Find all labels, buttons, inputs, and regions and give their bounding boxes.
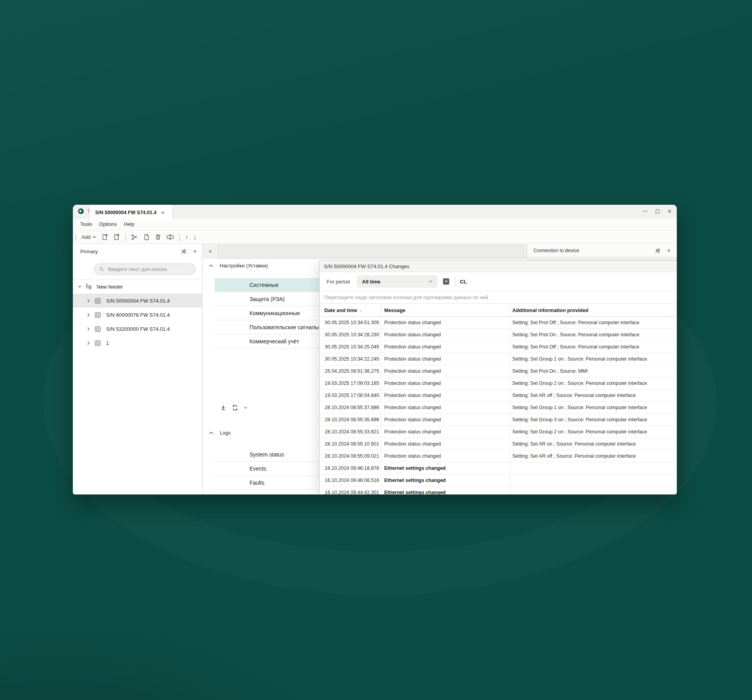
- trash-icon: [155, 234, 161, 240]
- refresh-icon[interactable]: [231, 404, 239, 411]
- tree-item-label: 1: [106, 340, 109, 346]
- close-panel-icon[interactable]: ×: [193, 249, 197, 254]
- cell-datetime: 30.05.2025 10:34:22.245: [325, 353, 379, 365]
- chevron-down-icon[interactable]: [78, 285, 82, 288]
- minimize-button[interactable]: [643, 211, 647, 211]
- table-row[interactable]: 30.05.2025 10:34:25.045 Protection statu…: [320, 341, 677, 353]
- download-icon[interactable]: [220, 404, 226, 411]
- table-row[interactable]: 28.10.2024 08:55:37.886 Protection statu…: [320, 402, 677, 414]
- table-row[interactable]: 19.03.2025 17:08:54.640 Protection statu…: [320, 390, 677, 402]
- tree-item-label: S/N 53200000 FW S74.01.4: [106, 326, 170, 332]
- cl-button[interactable]: CL: [460, 279, 466, 285]
- copy-button[interactable]: [143, 234, 150, 240]
- cell-message: Protection status changed: [384, 329, 441, 341]
- cell-info: Setting: Set AR off ; Source: Personal c…: [512, 450, 636, 462]
- window-controls: ×: [643, 209, 671, 213]
- search-input[interactable]: Введите текст для поиска: [94, 263, 196, 275]
- menu-item-options[interactable]: Options: [99, 221, 117, 227]
- chevron-right-icon[interactable]: [87, 327, 90, 331]
- menu-item-tools[interactable]: Tools: [80, 221, 92, 227]
- table-row[interactable]: 16.10.2024 09:44:42.301 Ethernet setting…: [320, 487, 677, 494]
- table-row[interactable]: 16.10.2024 09:46:18.876 Ethernet setting…: [320, 462, 677, 474]
- tree-item-device[interactable]: S/N 53200000 FW S74.01.4: [73, 322, 202, 336]
- table-row[interactable]: 30.05.2025 10:34:51.305 Protection statu…: [320, 317, 677, 329]
- cell-datetime: 19.03.2025 17:08:54.640: [325, 390, 379, 401]
- add-file-button[interactable]: [101, 234, 108, 240]
- table-row[interactable]: 30.05.2025 10:34:22.245 Protection statu…: [320, 353, 677, 365]
- cell-info: Setting: Set AR on ; Source: Personal co…: [512, 438, 636, 450]
- list-item-label: Faults: [249, 480, 264, 486]
- clear-filter-button[interactable]: ✕: [443, 278, 449, 285]
- cut-button[interactable]: [131, 234, 138, 240]
- tree-item-device[interactable]: 1: [73, 336, 202, 350]
- add-file-alt-button[interactable]: [113, 234, 120, 240]
- tree-item-feeder[interactable]: New feeder: [73, 280, 202, 294]
- period-select[interactable]: All time: [357, 275, 438, 288]
- cell-message: Protection status changed: [384, 317, 441, 328]
- scissors-icon: [131, 234, 138, 240]
- table-row[interactable]: 28.10.2024 08:55:09.021 Protection statu…: [320, 450, 677, 462]
- move-up-button[interactable]: ↑: [185, 234, 188, 240]
- close-panel-icon[interactable]: ×: [667, 248, 671, 253]
- settings-section-header[interactable]: Настройки (Уставки): [209, 263, 268, 269]
- cell-datetime: 16.10.2024 09:44:42.301: [325, 487, 379, 494]
- close-window-button[interactable]: ×: [668, 209, 671, 213]
- list-item-label: Load Profile: [249, 494, 279, 495]
- primary-panel-title: Primary: [80, 249, 98, 254]
- connection-panel-title: Connection to device: [533, 248, 579, 253]
- add-button[interactable]: Add: [81, 234, 96, 240]
- tab-close-icon[interactable]: ×: [161, 210, 164, 215]
- rename-icon: [166, 234, 174, 240]
- section-title: Logs: [220, 430, 231, 436]
- cell-message: Protection status changed: [384, 438, 441, 450]
- cell-message: Protection status changed: [384, 353, 441, 365]
- table-row[interactable]: 28.10.2024 08:55:33.621 Protection statu…: [320, 426, 677, 438]
- cell-datetime: 30.05.2025 10:34:25.045: [325, 341, 379, 353]
- for-period-label: For period: [327, 279, 350, 285]
- device-icon: [94, 326, 101, 332]
- cell-datetime: 16.10.2024 09:46:18.876: [325, 462, 379, 474]
- tree-item-device[interactable]: S/N 60000078 FW S74.01.4: [73, 308, 202, 322]
- rename-button[interactable]: [166, 234, 174, 240]
- desktop-background: Telarm × ToolsOptionsHelp Add: [0, 0, 752, 700]
- tab-strip: ×: [202, 244, 527, 259]
- table-row[interactable]: 25.04.2025 08:51:36.275 Protection statu…: [320, 365, 677, 377]
- connection-panel-header: Connection to device ×: [527, 244, 677, 258]
- cell-info: Setting: Set Prot Off ; Source: Personal…: [512, 341, 639, 353]
- chevron-up-icon: [209, 431, 213, 435]
- unpin-icon[interactable]: [655, 248, 661, 254]
- tab-device[interactable]: S/N 50000004 FW S74.01.4 ×: [89, 205, 173, 220]
- tree-item-device[interactable]: S/N 50000004 FW S74.01.4: [73, 294, 202, 308]
- unpin-icon[interactable]: [181, 249, 187, 254]
- table-header-row: Date and time↓ Message Additional inform…: [320, 304, 677, 317]
- section-title: Настройки (Уставки): [220, 263, 268, 269]
- table-row[interactable]: 19.03.2025 17:09:03.185 Protection statu…: [320, 377, 677, 390]
- logs-section-header[interactable]: Logs: [209, 430, 231, 436]
- device-icon: [94, 340, 101, 346]
- delete-button[interactable]: [155, 234, 161, 240]
- column-header-info[interactable]: Additional information provided: [512, 307, 588, 313]
- cell-datetime: 28.10.2024 08:55:37.886: [325, 402, 379, 413]
- group-by-zone[interactable]: Перетащите сюда заголовок колонки для гр…: [320, 291, 677, 304]
- move-down-button[interactable]: ↓: [193, 234, 197, 240]
- chevron-right-icon[interactable]: [87, 313, 90, 317]
- chevron-right-icon[interactable]: [87, 299, 90, 303]
- cell-info: Setting: Set Group 2 on ; Source: Person…: [512, 377, 647, 389]
- table-row[interactable]: 28.10.2024 08:55:35.696 Protection statu…: [320, 414, 677, 426]
- cell-message: Protection status changed: [384, 450, 441, 462]
- chevron-down-icon[interactable]: [244, 406, 248, 409]
- search-placeholder: Введите текст для поиска: [108, 267, 167, 272]
- search-icon: [99, 267, 104, 272]
- table-row[interactable]: 16.10.2024 09:46:08.516 Ethernet setting…: [320, 474, 677, 487]
- chevron-right-icon[interactable]: [87, 341, 90, 345]
- maximize-button[interactable]: [656, 209, 660, 213]
- cell-datetime: 28.10.2024 08:55:33.621: [325, 426, 379, 438]
- list-item-label: Коммерческий учёт: [249, 338, 299, 345]
- column-header-datetime[interactable]: Date and time↓: [324, 307, 362, 313]
- list-item-label: Коммуникационные: [249, 310, 300, 316]
- menu-item-help[interactable]: Help: [124, 221, 134, 227]
- table-row[interactable]: 28.10.2024 08:55:10.501 Protection statu…: [320, 438, 677, 450]
- table-row[interactable]: 30.05.2025 10:34:26.230 Protection statu…: [320, 329, 677, 341]
- close-tab-group-button[interactable]: ×: [202, 244, 219, 259]
- column-header-message[interactable]: Message: [384, 307, 405, 313]
